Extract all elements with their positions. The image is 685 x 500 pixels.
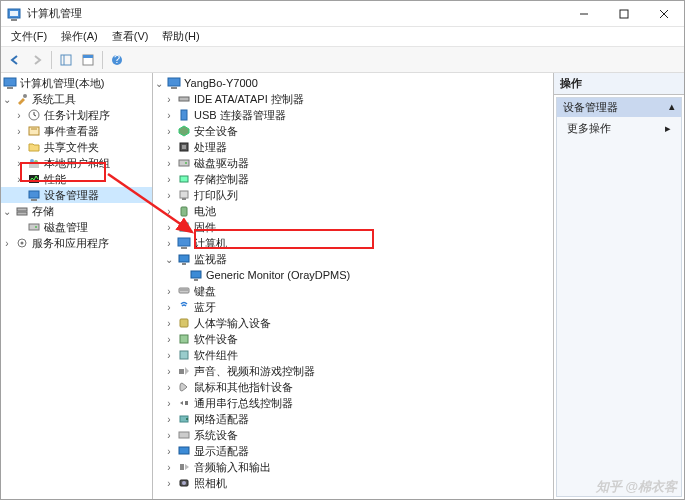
tree-task-scheduler[interactable]: › 任务计划程序 [1,107,152,123]
collapse-icon[interactable]: ⌄ [163,254,175,265]
expand-icon[interactable]: › [13,126,25,137]
expand-icon[interactable]: › [1,238,13,249]
device-category[interactable]: ›软件设备 [153,331,553,347]
expand-icon[interactable]: › [163,462,175,473]
device-root[interactable]: ⌄ YangBo-Y7000 [153,75,553,91]
tree-shared-folders[interactable]: › 共享文件夹 [1,139,152,155]
expand-icon[interactable]: › [163,238,175,249]
expand-icon[interactable]: › [163,190,175,201]
device-category[interactable]: ›电池 [153,203,553,219]
menu-view[interactable]: 查看(V) [106,28,155,45]
more-actions[interactable]: 更多操作 ▸ [557,117,681,140]
help-button[interactable]: ? [107,50,127,70]
expand-icon[interactable]: › [13,110,25,121]
tree-local-users[interactable]: › 本地用户和组 [1,155,152,171]
svg-rect-49 [194,279,198,281]
device-category[interactable]: ›USB 连接器管理器 [153,107,553,123]
expand-icon[interactable]: › [163,174,175,185]
collapse-icon[interactable]: ⌄ [153,78,165,89]
close-button[interactable] [644,1,684,26]
device-icon [177,348,191,362]
svg-rect-4 [620,10,628,18]
expand-icon[interactable]: › [163,110,175,121]
tree-root[interactable]: 计算机管理(本地) [1,75,152,91]
svg-rect-34 [181,110,187,120]
device-category[interactable]: ›处理器 [153,139,553,155]
svg-rect-53 [180,335,188,343]
expand-icon[interactable]: › [163,94,175,105]
device-category[interactable]: ›人体学输入设备 [153,315,553,331]
forward-button[interactable] [27,50,47,70]
device-category[interactable]: ›照相机 [153,475,553,491]
device-icon [177,316,191,330]
minimize-button[interactable] [564,1,604,26]
expand-icon[interactable]: › [163,142,175,153]
device-category[interactable]: ›系统设备 [153,427,553,443]
actions-section[interactable]: 设备管理器 ▴ [557,98,681,117]
expand-icon[interactable]: › [163,302,175,313]
expand-icon[interactable]: › [163,382,175,393]
expand-icon[interactable]: › [13,174,25,185]
device-category[interactable]: ›软件组件 [153,347,553,363]
svg-point-57 [186,418,188,420]
svg-rect-44 [178,238,190,246]
maximize-button[interactable] [604,1,644,26]
device-category[interactable]: ⌄监视器 [153,251,553,267]
expand-icon[interactable]: › [13,142,25,153]
device-monitor-generic[interactable]: Generic Monitor (OrayDPMS) [153,267,553,283]
back-button[interactable] [5,50,25,70]
tree-system-tools[interactable]: ⌄ 系统工具 [1,91,152,107]
tree-disk-management[interactable]: 磁盘管理 [1,219,152,235]
expand-icon[interactable]: › [163,414,175,425]
device-icon [177,380,191,394]
device-category[interactable]: ›网络适配器 [153,411,553,427]
device-category[interactable]: ›音频输入和输出 [153,459,553,475]
svg-point-28 [35,226,37,228]
device-category[interactable]: ›鼠标和其他指针设备 [153,379,553,395]
expand-icon[interactable]: › [163,206,175,217]
expand-icon[interactable]: › [163,334,175,345]
properties-button[interactable] [78,50,98,70]
device-category[interactable]: ›打印队列 [153,187,553,203]
expand-icon[interactable]: › [163,430,175,441]
expand-icon[interactable]: › [163,350,175,361]
watermark: 知乎 @棉衣客 [596,478,677,496]
device-category[interactable]: ›显示适配器 [153,443,553,459]
tree-device-manager[interactable]: 设备管理器 [1,187,152,203]
device-category[interactable]: ›键盘 [153,283,553,299]
device-category[interactable]: ›IDE ATA/ATAPI 控制器 [153,91,553,107]
device-category[interactable]: ›计算机 [153,235,553,251]
window-controls [564,1,684,26]
device-category[interactable]: ›安全设备 [153,123,553,139]
device-category[interactable]: ›磁盘驱动器 [153,155,553,171]
expand-icon[interactable]: › [163,366,175,377]
device-category[interactable]: ›声音、视频和游戏控制器 [153,363,553,379]
device-icon [177,124,191,138]
expand-icon[interactable]: › [163,286,175,297]
tree-storage[interactable]: ⌄ 存储 [1,203,152,219]
device-category[interactable]: ›蓝牙 [153,299,553,315]
expand-icon[interactable]: › [163,318,175,329]
device-category[interactable]: ›通用串行总线控制器 [153,395,553,411]
expand-icon[interactable]: › [163,158,175,169]
menu-action[interactable]: 操作(A) [55,28,104,45]
device-icon [177,220,191,234]
expand-icon[interactable]: › [13,158,25,169]
tree-performance[interactable]: › 性能 [1,171,152,187]
device-category[interactable]: ›固件 [153,219,553,235]
tree-event-viewer[interactable]: › 事件查看器 [1,123,152,139]
expand-icon[interactable]: › [163,446,175,457]
expand-icon[interactable]: › [163,398,175,409]
collapse-icon[interactable]: ⌄ [1,94,13,105]
tree-services[interactable]: › 服务和应用程序 [1,235,152,251]
expand-icon[interactable]: › [163,478,175,489]
device-icon [177,428,191,442]
expand-icon[interactable]: › [163,126,175,137]
show-hide-button[interactable] [56,50,76,70]
collapse-icon[interactable]: ⌄ [1,206,13,217]
device-icon [177,156,191,170]
menu-file[interactable]: 文件(F) [5,28,53,45]
expand-icon[interactable]: › [163,222,175,233]
device-category[interactable]: ›存储控制器 [153,171,553,187]
menu-help[interactable]: 帮助(H) [156,28,205,45]
